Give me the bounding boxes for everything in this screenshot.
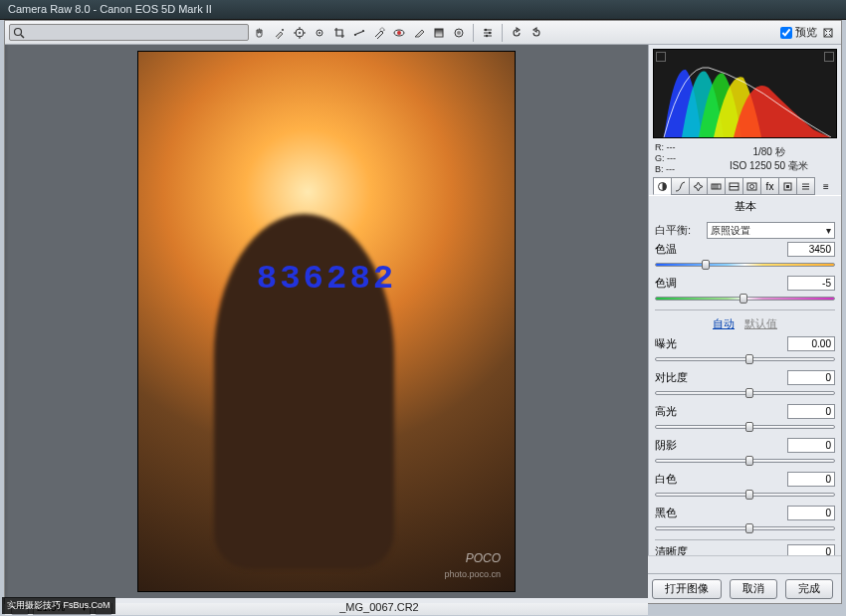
- 高光-value[interactable]: 0: [787, 404, 835, 419]
- window-title: Camera Raw 8.0 - Canon EOS 5D Mark II: [0, 0, 846, 20]
- spot-removal-tool-icon[interactable]: [370, 24, 388, 42]
- 清晰度-value[interactable]: 0: [787, 544, 835, 555]
- corner-watermark: 实用摄影技巧 FsBus.CoM: [2, 597, 115, 614]
- svg-point-0: [15, 28, 22, 35]
- 高光-slider[interactable]: [655, 421, 835, 433]
- temp-value[interactable]: 3450: [787, 242, 835, 257]
- toolbar: 预览: [5, 21, 841, 45]
- targeted-adjust-tool-icon[interactable]: [311, 24, 328, 42]
- panel-tabs: fx ≡: [649, 177, 841, 195]
- rotate-cw-icon[interactable]: [528, 24, 545, 42]
- 阴影-value[interactable]: 0: [787, 438, 835, 453]
- 曝光-label: 曝光: [655, 336, 787, 351]
- 白色-value[interactable]: 0: [787, 472, 835, 487]
- tint-slider[interactable]: [655, 293, 835, 305]
- svg-point-25: [485, 34, 487, 36]
- svg-point-2: [282, 29, 284, 31]
- wb-label: 白平衡:: [655, 223, 707, 238]
- tab-lens-icon[interactable]: [742, 177, 761, 195]
- adjustment-brush-tool-icon[interactable]: [410, 24, 428, 42]
- photo-preview: 836282 POCO photo.poco.cn: [137, 51, 516, 592]
- image-canvas[interactable]: 836282 POCO photo.poco.cn: [5, 45, 648, 598]
- fullscreen-toggle-icon[interactable]: [819, 24, 837, 42]
- svg-point-4: [299, 32, 301, 34]
- radial-filter-tool-icon[interactable]: [450, 24, 468, 42]
- watermark-url: photo.poco.cn: [444, 569, 501, 579]
- panel-title: 基本: [649, 195, 841, 217]
- preferences-icon[interactable]: [479, 24, 497, 42]
- default-link: 默认值: [744, 317, 777, 329]
- svg-point-13: [362, 30, 364, 32]
- svg-point-16: [397, 31, 401, 35]
- svg-point-12: [354, 34, 356, 36]
- rotate-ccw-icon[interactable]: [508, 24, 526, 42]
- tab-curve-icon[interactable]: [671, 177, 690, 195]
- tab-detail-icon[interactable]: [689, 177, 708, 195]
- 黑色-value[interactable]: 0: [787, 506, 835, 520]
- svg-point-10: [318, 32, 320, 34]
- app-frame: 预览 836282 POCO photo.poco.cn — 21.3%▾ + …: [4, 20, 842, 604]
- open-image-button[interactable]: 打开图像: [652, 579, 722, 599]
- tab-fx-icon[interactable]: fx: [760, 177, 779, 195]
- 阴影-slider[interactable]: [655, 455, 835, 467]
- panel-menu-icon[interactable]: ≡: [814, 177, 838, 195]
- svg-point-19: [457, 31, 461, 35]
- svg-rect-37: [786, 185, 789, 188]
- svg-point-23: [484, 28, 486, 30]
- preview-checkbox[interactable]: 预览: [780, 25, 817, 40]
- svg-point-24: [488, 31, 490, 33]
- 黑色-label: 黑色: [655, 506, 787, 520]
- rgb-readout: R: ---G: ---B: ---: [655, 142, 703, 175]
- preview-pane: 836282 POCO photo.poco.cn — 21.3%▾ + _MG…: [5, 45, 648, 555]
- redeye-tool-icon[interactable]: [390, 24, 408, 42]
- tint-value[interactable]: -5: [787, 276, 835, 291]
- hand-tool-icon[interactable]: [251, 24, 269, 42]
- color-sampler-tool-icon[interactable]: [291, 24, 309, 42]
- svg-point-35: [750, 184, 754, 188]
- 阴影-label: 阴影: [655, 438, 787, 453]
- crop-tool-icon[interactable]: [330, 24, 348, 42]
- graduated-filter-tool-icon[interactable]: [430, 24, 448, 42]
- svg-rect-17: [435, 29, 443, 37]
- 曝光-slider[interactable]: [655, 353, 835, 365]
- done-button[interactable]: 完成: [785, 579, 833, 599]
- exposure-readout: 1/80 秒 ISO 1250 50 毫米: [703, 142, 835, 175]
- cancel-button[interactable]: 取消: [730, 579, 777, 599]
- tab-hsl-icon[interactable]: [707, 177, 726, 195]
- tab-basic-icon[interactable]: [653, 177, 672, 195]
- 对比度-label: 对比度: [655, 370, 787, 385]
- 高光-label: 高光: [655, 404, 787, 419]
- temp-label: 色温: [655, 242, 787, 257]
- 对比度-value[interactable]: 0: [787, 370, 835, 385]
- 黑色-slider[interactable]: [655, 522, 835, 534]
- 清晰度-label: 清晰度: [655, 544, 787, 555]
- zoom-tool-icon[interactable]: [9, 24, 249, 41]
- tab-presets-icon[interactable]: [796, 177, 815, 195]
- histogram[interactable]: [653, 49, 837, 138]
- tab-split-icon[interactable]: [725, 177, 743, 195]
- auto-link[interactable]: 自动: [713, 317, 735, 329]
- watermark-poco: POCO: [466, 551, 501, 565]
- straighten-tool-icon[interactable]: [350, 24, 368, 42]
- tint-label: 色调: [655, 276, 787, 291]
- tab-calibration-icon[interactable]: [778, 177, 797, 195]
- temp-slider[interactable]: [655, 259, 835, 271]
- 曝光-value[interactable]: 0.00: [787, 336, 835, 351]
- watermark-code: 836282: [257, 260, 396, 298]
- 白色-label: 白色: [655, 472, 787, 487]
- svg-line-1: [21, 35, 24, 38]
- adjustments-panel: R: ---G: ---B: --- 1/80 秒 ISO 1250 50 毫米…: [648, 45, 841, 555]
- 对比度-slider[interactable]: [655, 387, 835, 399]
- wb-select[interactable]: 原照设置▾: [707, 222, 835, 239]
- 白色-slider[interactable]: [655, 489, 835, 501]
- white-balance-tool-icon[interactable]: [271, 24, 289, 42]
